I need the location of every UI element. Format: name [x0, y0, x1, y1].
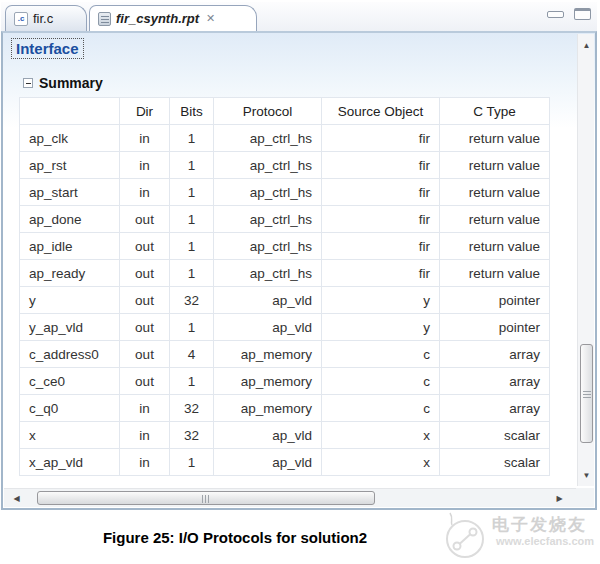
table-cell: 1: [170, 260, 214, 287]
table-cell: 1: [170, 179, 214, 206]
close-icon[interactable]: ✕: [206, 12, 215, 25]
table-cell: 32: [170, 395, 214, 422]
table-cell: 4: [170, 341, 214, 368]
table-cell: in: [120, 395, 170, 422]
table-cell: 32: [170, 287, 214, 314]
table-row: ap_clkin1ap_ctrl_hsfirreturn value: [20, 125, 550, 152]
table-cell: ap_rst: [20, 152, 120, 179]
table-cell: c: [322, 341, 440, 368]
table-cell: c: [322, 395, 440, 422]
table-cell: ap_vld: [214, 449, 322, 476]
tab-fir-c[interactable]: .c fir.c: [5, 5, 87, 31]
table-cell: c_q0: [20, 395, 120, 422]
table-cell: 1: [170, 206, 214, 233]
horizontal-scrollbar-thumb[interactable]: [37, 491, 375, 505]
table-cell: out: [120, 233, 170, 260]
table-cell: in: [120, 152, 170, 179]
table-cell: out: [120, 287, 170, 314]
table-cell: y: [20, 287, 120, 314]
table-cell: ap_ctrl_hs: [214, 233, 322, 260]
editor-window: .c fir.c fir_csynth.rpt ✕ Interface Summ…: [1, 2, 597, 510]
table-cell: ap_memory: [214, 341, 322, 368]
vertical-scrollbar[interactable]: ▲ ▼: [577, 34, 594, 486]
scroll-up-icon[interactable]: ▲: [578, 37, 595, 54]
table-cell: array: [440, 368, 550, 395]
table-cell: return value: [440, 152, 550, 179]
table-cell: ap_memory: [214, 395, 322, 422]
table-cell: out: [120, 341, 170, 368]
table-cell: out: [120, 260, 170, 287]
column-header: Source Object: [322, 98, 440, 125]
table-cell: y: [322, 314, 440, 341]
table-cell: array: [440, 395, 550, 422]
figure-caption: Figure 25: I/O Protocols for solution2: [0, 529, 470, 546]
table-row: yout32ap_vldypointer: [20, 287, 550, 314]
table-header-row: DirBitsProtocolSource ObjectC Type: [20, 98, 550, 125]
table-cell: return value: [440, 125, 550, 152]
collapse-icon[interactable]: [23, 78, 33, 88]
table-cell: ap_start: [20, 179, 120, 206]
column-header: C Type: [440, 98, 550, 125]
table-cell: ap_clk: [20, 125, 120, 152]
table-cell: scalar: [440, 422, 550, 449]
column-header: Dir: [120, 98, 170, 125]
minimize-icon[interactable]: [547, 11, 564, 18]
table-cell: array: [440, 341, 550, 368]
table-cell: fir: [322, 152, 440, 179]
table-cell: ap_vld: [214, 314, 322, 341]
table-cell: 32: [170, 422, 214, 449]
table-cell: ap_vld: [214, 287, 322, 314]
tab-bar: .c fir.c fir_csynth.rpt ✕: [1, 2, 597, 31]
tab-label: fir_csynth.rpt: [116, 11, 199, 26]
table-cell: ap_idle: [20, 233, 120, 260]
summary-table-body: ap_clkin1ap_ctrl_hsfirreturn valueap_rst…: [20, 125, 550, 476]
table-cell: return value: [440, 233, 550, 260]
tab-fir-csynth-rpt[interactable]: fir_csynth.rpt ✕: [89, 5, 257, 31]
watermark-name: 电子发烧友: [492, 513, 587, 536]
scroll-down-icon[interactable]: ▼: [578, 467, 595, 484]
column-header: [20, 98, 120, 125]
summary-section-header: Summary: [23, 75, 103, 91]
table-cell: c_address0: [20, 341, 120, 368]
thumb-grip-icon: [583, 391, 591, 398]
table-cell: fir: [322, 260, 440, 287]
table-row: ap_readyout1ap_ctrl_hsfirreturn value: [20, 260, 550, 287]
view-controls: [547, 8, 591, 20]
table-cell: ap_ctrl_hs: [214, 260, 322, 287]
table-cell: out: [120, 206, 170, 233]
table-cell: ap_done: [20, 206, 120, 233]
table-row: y_ap_vldout1ap_vldypointer: [20, 314, 550, 341]
scroll-left-icon[interactable]: ◀: [8, 489, 25, 508]
table-row: ap_startin1ap_ctrl_hsfirreturn value: [20, 179, 550, 206]
watermark: 电子发烧友 www.elecfans.com: [440, 505, 598, 563]
maximize-icon[interactable]: [574, 8, 591, 20]
table-cell: 1: [170, 125, 214, 152]
interface-link[interactable]: Interface: [11, 38, 84, 59]
table-cell: 1: [170, 368, 214, 395]
summary-table: DirBitsProtocolSource ObjectC Type ap_cl…: [19, 97, 550, 476]
table-row: ap_doneout1ap_ctrl_hsfirreturn value: [20, 206, 550, 233]
vertical-scrollbar-thumb[interactable]: [580, 344, 593, 443]
column-header: Bits: [170, 98, 214, 125]
table-cell: ap_ctrl_hs: [214, 125, 322, 152]
table-cell: in: [120, 422, 170, 449]
table-cell: 1: [170, 449, 214, 476]
table-row: ap_idleout1ap_ctrl_hsfirreturn value: [20, 233, 550, 260]
table-cell: pointer: [440, 314, 550, 341]
table-cell: fir: [322, 179, 440, 206]
table-cell: x: [20, 422, 120, 449]
table-cell: y: [322, 287, 440, 314]
c-file-icon: .c: [14, 12, 28, 26]
table-cell: return value: [440, 206, 550, 233]
tab-label: fir.c: [33, 11, 53, 26]
report-icon: [98, 12, 111, 26]
table-cell: ap_ctrl_hs: [214, 179, 322, 206]
report-content: Interface Summary DirBitsProtocolSource …: [1, 31, 597, 510]
table-cell: x: [322, 449, 440, 476]
table-cell: x_ap_vld: [20, 449, 120, 476]
table-cell: ap_ready: [20, 260, 120, 287]
table-cell: ap_ctrl_hs: [214, 206, 322, 233]
table-cell: out: [120, 314, 170, 341]
table-row: ap_rstin1ap_ctrl_hsfirreturn value: [20, 152, 550, 179]
table-row: xin32ap_vldxscalar: [20, 422, 550, 449]
